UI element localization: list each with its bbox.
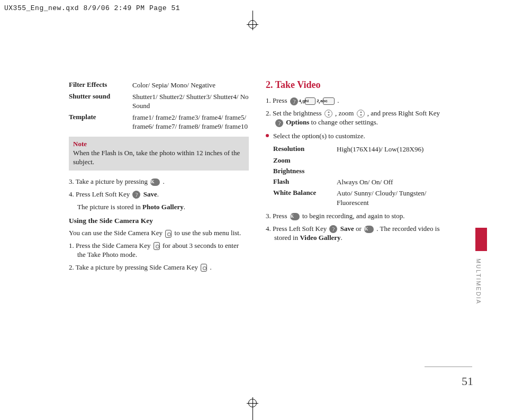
video-step-2: 2. Set the brightness , zoom , and press…	[266, 109, 446, 127]
text-bold: Photo Gallery	[142, 203, 184, 211]
setting-label: Brightness	[273, 167, 337, 175]
setting-label: Zoom	[273, 156, 337, 165]
side-step-1: 1. Press the Side Camera Key for about 3…	[69, 241, 249, 260]
note-box: Note When the Flash is On, take the phot…	[69, 137, 249, 171]
camera-key-icon	[154, 242, 160, 250]
side-tab: MULTIMEDIA	[475, 228, 487, 305]
soft-key-icon	[290, 97, 298, 105]
text: 3. Press	[266, 212, 289, 220]
section-color-bar	[475, 228, 487, 251]
soft-key-icon	[132, 191, 140, 199]
soft-key-icon	[275, 119, 283, 127]
section-heading: 2. Take Video	[266, 79, 446, 91]
step-4-sub: The picture is stored in Photo Gallery.	[69, 202, 249, 212]
text: 2. Set the brightness	[266, 109, 323, 117]
keypad-2-icon: 2 abc	[323, 97, 335, 105]
text: to use the sub menu list.	[175, 229, 241, 237]
text: .	[157, 190, 159, 198]
print-slug: UX355_Eng_new.qxd 8/9/06 2:49 PM Page 51	[4, 4, 180, 12]
ok-icon: OK	[364, 226, 374, 233]
video-step-4: 4. Press Left Soft Key Save or OK . The …	[266, 224, 446, 243]
keypad-4-icon: 4 ghi	[305, 97, 315, 105]
photo-settings-table: Filter Effects Color/ Sepia/ Mono/ Negat…	[69, 79, 249, 132]
setting-value: Shutter1/ Shutter2/ Shutter3/ Shutter4/ …	[132, 92, 249, 111]
table-row: Template frame1/ frame2/ frame3/ frame4/…	[69, 112, 249, 132]
setting-value: frame1/ frame2/ frame3/ frame4/ frame5/ …	[132, 113, 249, 131]
text: .	[210, 263, 211, 271]
right-column: 2. Take Video 1. Press , 4 ghi , 2 abc .…	[266, 79, 446, 275]
section-label: MULTIMEDIA	[475, 258, 482, 305]
text: .	[341, 234, 342, 242]
text: 4. Press Left Soft Key	[69, 190, 131, 198]
camera-key-icon	[165, 230, 172, 238]
video-step-1: 1. Press , 4 ghi , 2 abc .	[266, 96, 446, 105]
step-3: 3. Take a picture by pressing OK .	[69, 177, 249, 186]
paragraph: You can use the Side Camera Key to use t…	[69, 228, 249, 238]
setting-value: Color/ Sepia/ Mono/ Negative	[132, 81, 249, 90]
text: to begin recording, and again to stop.	[302, 212, 405, 220]
setting-label: Filter Effects	[69, 81, 132, 90]
text-bold: Video Gallery	[300, 234, 340, 242]
nav-key-icon	[357, 110, 365, 118]
text: 1. Press	[266, 96, 289, 104]
text: .	[163, 177, 165, 185]
text: , and press Right Soft Key	[367, 109, 440, 117]
table-row: Flash Always On/ On/ Off	[273, 176, 446, 188]
setting-value: Always On/ On/ Off	[337, 177, 446, 187]
text: , zoom	[335, 109, 356, 117]
registration-mark	[248, 399, 257, 407]
step-4: 4. Press Left Soft Key Save.	[69, 190, 249, 199]
table-row: Zoom	[273, 155, 446, 166]
nav-key-icon	[324, 110, 332, 118]
text-bold: Save	[143, 190, 157, 198]
registration-mark	[248, 20, 257, 29]
setting-value	[337, 167, 446, 175]
note-heading: Note	[73, 140, 87, 148]
text: You can use the Side Camera Key	[69, 229, 164, 237]
setting-label: Resolution	[273, 145, 337, 154]
table-row: Resolution High(176X144)/ Low(128X96)	[273, 144, 446, 155]
video-settings-table: Resolution High(176X144)/ Low(128X96) Zo…	[266, 144, 446, 208]
left-column: Filter Effects Color/ Sepia/ Mono/ Negat…	[69, 79, 249, 275]
setting-label: Flash	[273, 177, 337, 187]
text: 1. Press the Side Camera Key	[69, 242, 152, 249]
table-row: Filter Effects Color/ Sepia/ Mono/ Negat…	[69, 79, 249, 91]
ok-icon: OK	[150, 178, 160, 186]
setting-label: Shutter sound	[69, 92, 132, 111]
setting-label: Template	[69, 113, 132, 131]
soft-key-icon	[329, 225, 337, 233]
text-bold: Save	[340, 225, 354, 233]
text: 3. Take a picture by pressing	[69, 177, 149, 185]
note-body: When the Flash is On, take the photo wit…	[73, 149, 240, 166]
text: 4. Press Left Soft Key	[266, 225, 328, 233]
text: Select the option(s) to customize.	[273, 132, 365, 140]
text: 2. Take a picture by pressing Side Camer…	[69, 263, 200, 271]
table-row: White Balance Auto/ Sunny/ Cloudy/ Tungs…	[273, 187, 446, 208]
text: to change other settings.	[311, 118, 378, 126]
table-row: Brightness	[273, 166, 446, 176]
setting-value: High(176X144)/ Low(128X96)	[337, 145, 446, 154]
text: .	[184, 203, 185, 211]
table-row: Shutter sound Shutter1/ Shutter2/ Shutte…	[69, 91, 249, 112]
side-step-2: 2. Take a picture by pressing Side Camer…	[69, 263, 249, 272]
page-content: Filter Effects Color/ Sepia/ Mono/ Negat…	[0, 0, 505, 275]
footer-rule	[425, 367, 472, 367]
text: .	[337, 96, 339, 104]
camera-key-icon	[201, 264, 207, 272]
text: The picture is stored in	[77, 203, 142, 211]
setting-value: Auto/ Sunny/ Cloudy/ Tungsten/ Fluoresce…	[337, 189, 446, 207]
video-step-3: 3. Press OK to begin recording, and agai…	[266, 211, 446, 221]
text-bold: Options	[286, 118, 309, 126]
setting-label: White Balance	[273, 189, 337, 207]
ok-icon: OK	[290, 213, 300, 220]
setting-value	[337, 156, 446, 165]
bullet-line: Select the option(s) to customize.	[266, 131, 446, 141]
subheading: Using the Side Camera Key	[69, 217, 249, 225]
page-number: 51	[462, 374, 473, 388]
